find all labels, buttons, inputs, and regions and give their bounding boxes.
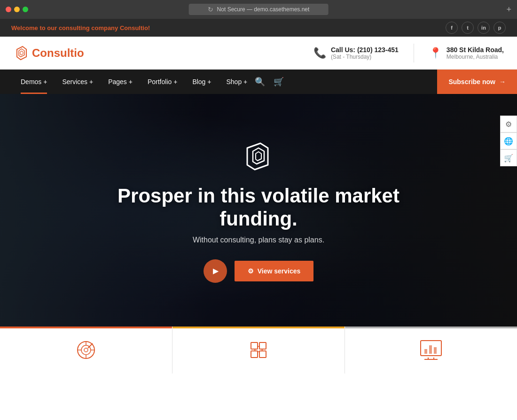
maximize-dot[interactable] bbox=[23, 7, 28, 12]
nav-item-demos[interactable]: Demos + bbox=[13, 70, 55, 94]
location-line2: Melbourne, Australia bbox=[446, 54, 504, 60]
subscribe-button[interactable]: Subscribe now → bbox=[437, 70, 517, 94]
svg-rect-12 bbox=[424, 349, 427, 354]
nav-items: Demos + Services + Pages + Portfolio + B… bbox=[13, 70, 284, 94]
url-text: Not Secure — demo.casethemes.net bbox=[217, 6, 310, 13]
pinterest-icon[interactable]: p bbox=[494, 22, 506, 34]
browser-chrome: ↻ Not Secure — demo.casethemes.net + bbox=[0, 0, 517, 19]
svg-rect-14 bbox=[434, 347, 437, 354]
svg-rect-10 bbox=[259, 351, 266, 358]
nav-item-pages[interactable]: Pages + bbox=[101, 70, 140, 94]
new-tab-button[interactable]: + bbox=[506, 5, 511, 15]
feature-item-chart[interactable] bbox=[345, 328, 517, 373]
header-location: 📍 380 St Kilda Road, Melbourne, Australi… bbox=[429, 46, 504, 60]
announcement-text: Welcome to our consulting company Consul… bbox=[11, 24, 150, 31]
location-icon: 📍 bbox=[429, 47, 442, 59]
sidebar-float: ⚙ 🌐 🛒 bbox=[500, 116, 517, 166]
browser-url-bar[interactable]: ↻ Not Secure — demo.casethemes.net bbox=[189, 4, 329, 15]
sidebar-cart-button[interactable]: 🛒 bbox=[500, 149, 517, 166]
contact-sub: (Sat - Thursday) bbox=[331, 54, 399, 60]
logo-text: Consultio bbox=[32, 47, 84, 60]
sidebar-globe-button[interactable]: 🌐 bbox=[500, 132, 517, 149]
logo-o: o bbox=[77, 47, 84, 59]
twitter-icon[interactable]: t bbox=[462, 22, 474, 34]
location-line1: 380 St Kilda Road, bbox=[446, 46, 504, 54]
nav-utility-icons: 🔍 🛒 bbox=[255, 77, 284, 87]
subscribe-arrow: → bbox=[499, 78, 506, 86]
svg-rect-13 bbox=[429, 345, 432, 354]
site-logo[interactable]: Consultio bbox=[13, 45, 84, 62]
svg-rect-8 bbox=[259, 342, 266, 349]
logo-text-main: Consulti bbox=[32, 47, 77, 59]
cart-icon[interactable]: 🛒 bbox=[274, 77, 284, 87]
header-divider bbox=[414, 44, 414, 62]
announcement-main: Welcome to our consulting company bbox=[11, 24, 120, 31]
minimize-dot[interactable] bbox=[14, 7, 20, 12]
contact-text: Call Us: (210) 123-451 (Sat - Thursday) bbox=[331, 46, 399, 60]
view-services-label: View services bbox=[258, 267, 301, 275]
svg-point-2 bbox=[84, 348, 88, 352]
brand-name: Consultio! bbox=[120, 24, 150, 31]
close-dot[interactable] bbox=[6, 7, 11, 12]
location-text: 380 St Kilda Road, Melbourne, Australia bbox=[446, 46, 504, 60]
top-announcement-bar: Welcome to our consulting company Consul… bbox=[0, 19, 517, 37]
header-contact: 📞 Call Us: (210) 123-451 (Sat - Thursday… bbox=[313, 46, 399, 60]
hero-subtitle: Without consulting, plans stay as plans. bbox=[193, 236, 324, 244]
nav-item-shop[interactable]: Shop + bbox=[219, 70, 255, 94]
svg-rect-7 bbox=[251, 342, 258, 349]
subscribe-label: Subscribe now bbox=[448, 78, 495, 86]
main-navbar: Demos + Services + Pages + Portfolio + B… bbox=[0, 70, 517, 94]
hero-buttons: ⚙ View services bbox=[204, 259, 314, 283]
facebook-icon[interactable]: f bbox=[446, 22, 458, 34]
feature-item-analytics[interactable] bbox=[0, 328, 172, 373]
contact-label: Call Us: (210) 123-451 bbox=[331, 46, 399, 54]
hero-title: Prosper in this volatile market funding. bbox=[118, 185, 400, 230]
puzzle-icon bbox=[247, 339, 270, 363]
hero-section: Prosper in this volatile market funding.… bbox=[0, 94, 517, 327]
view-services-button[interactable]: ⚙ View services bbox=[235, 261, 314, 281]
features-bar bbox=[0, 327, 517, 373]
hero-content: Prosper in this volatile market funding.… bbox=[118, 138, 400, 283]
linkedin-icon[interactable]: in bbox=[478, 22, 490, 34]
analytics-icon bbox=[75, 339, 97, 363]
nav-item-blog[interactable]: Blog + bbox=[185, 70, 219, 94]
search-icon[interactable]: 🔍 bbox=[255, 77, 265, 87]
hero-play-button[interactable] bbox=[204, 259, 227, 283]
nav-item-portfolio[interactable]: Portfolio + bbox=[140, 70, 185, 94]
nav-item-services[interactable]: Services + bbox=[55, 70, 101, 94]
chart-icon bbox=[419, 339, 443, 363]
reload-icon[interactable]: ↻ bbox=[208, 6, 213, 13]
phone-icon: 📞 bbox=[313, 47, 326, 59]
header-right: 📞 Call Us: (210) 123-451 (Sat - Thursday… bbox=[313, 44, 504, 62]
browser-dots bbox=[6, 7, 28, 12]
gear-icon: ⚙ bbox=[248, 267, 254, 275]
site-header: Consultio 📞 Call Us: (210) 123-451 (Sat … bbox=[0, 37, 517, 70]
sidebar-gear-button[interactable]: ⚙ bbox=[500, 116, 517, 132]
hero-logo-icon bbox=[240, 138, 277, 177]
logo-icon bbox=[13, 45, 30, 62]
svg-rect-9 bbox=[251, 351, 258, 358]
social-icons-group: f t in p bbox=[446, 22, 506, 34]
website-container: Welcome to our consulting company Consul… bbox=[0, 19, 517, 420]
feature-item-puzzle[interactable] bbox=[172, 328, 345, 373]
